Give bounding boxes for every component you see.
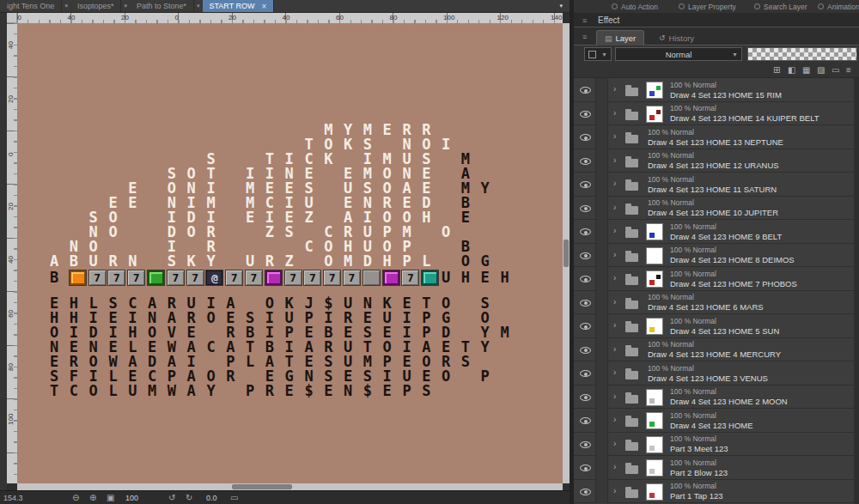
checkbox-cell[interactable]: [596, 314, 608, 338]
expand-arrow-icon[interactable]: ›: [613, 108, 616, 118]
checkbox-cell[interactable]: [596, 197, 608, 221]
checkbox-cell[interactable]: [596, 125, 608, 149]
tab-close-icon[interactable]: ×: [262, 2, 267, 11]
eye-icon[interactable]: [580, 87, 591, 94]
visibility-cell[interactable]: [574, 456, 596, 480]
layer-row[interactable]: ›100 % NormalDraw 4 Set 123 HOME 6 MARS: [574, 291, 854, 315]
eye-icon[interactable]: [580, 181, 591, 188]
tab-layer[interactable]: ▤ Layer: [596, 30, 644, 46]
eye-icon[interactable]: [580, 276, 591, 282]
topbar-item-auto-action[interactable]: Auto Action: [612, 0, 658, 13]
checkbox-cell[interactable]: [596, 220, 608, 244]
visibility-cell[interactable]: [574, 291, 596, 315]
paper-icon[interactable]: ▭: [832, 65, 839, 75]
expand-arrow-icon[interactable]: ›: [613, 250, 616, 259]
eye-icon[interactable]: [580, 489, 591, 495]
topbar-item-search-layer[interactable]: Search Layer: [754, 0, 807, 13]
canvas-vertical-scrollbar[interactable]: [563, 23, 570, 483]
pencil-lock-icon[interactable]: ▨: [817, 65, 825, 75]
expand-arrow-icon[interactable]: ›: [613, 226, 616, 235]
eye-icon[interactable]: [580, 441, 591, 448]
layer-row[interactable]: ›100 % NormalDraw 4 Set 123 HOME 8 DEIMO…: [574, 244, 854, 268]
grid-icon[interactable]: ⊞: [773, 65, 780, 75]
checkbox-cell[interactable]: [596, 291, 608, 315]
tab-3[interactable]: Path to Stone*: [130, 0, 194, 12]
eye-icon[interactable]: [580, 417, 591, 424]
menu-icon[interactable]: ≡: [846, 65, 851, 75]
layer-row[interactable]: ›100 % NormalDraw 4 Set 123 HOME 4 MERCU…: [574, 338, 854, 362]
checkbox-cell[interactable]: [596, 78, 608, 102]
tab-history[interactable]: ↺ History: [651, 30, 702, 46]
checkbox-cell[interactable]: [596, 361, 608, 386]
checkbox-cell[interactable]: [596, 480, 608, 504]
scrollbar-thumb[interactable]: [232, 484, 292, 489]
expand-arrow-icon[interactable]: ›: [613, 392, 616, 401]
eye-icon[interactable]: [580, 252, 591, 259]
tab-1[interactable]: ight Tens One: [0, 0, 62, 12]
menu-icon[interactable]: ≡: [582, 16, 587, 25]
visibility-cell[interactable]: [574, 314, 596, 338]
panel-scrollbar[interactable]: [854, 78, 859, 504]
layer-row[interactable]: ›100 % NormalDraw 4 Set 123 HOME 2 MOON: [574, 386, 854, 410]
lock-icon[interactable]: ▦: [802, 65, 810, 75]
layer-color-dropdown[interactable]: ▼: [584, 47, 612, 61]
expand-arrow-icon[interactable]: ›: [613, 84, 616, 94]
checkbox-cell[interactable]: [596, 386, 608, 410]
zoom-out-icon[interactable]: ⊖: [72, 493, 79, 503]
expand-arrow-icon[interactable]: ›: [613, 462, 616, 471]
expand-arrow-icon[interactable]: ›: [613, 155, 616, 165]
expand-arrow-icon[interactable]: ›: [613, 439, 616, 448]
expand-arrow-icon[interactable]: ›: [613, 297, 616, 307]
topbar-item-animation[interactable]: Animation: [818, 0, 859, 13]
layer-row[interactable]: ›100 % NormalDraw 4 Set 123 HOME 14 KUIP…: [574, 102, 854, 126]
layer-row[interactable]: ›100 % NormalDraw 4 Set 123 HOME 13 NEPT…: [574, 125, 854, 149]
layer-row[interactable]: ›100 % NormalDraw 4 Set 123 HOME 15 RIM: [574, 78, 854, 102]
eye-icon[interactable]: [580, 228, 591, 235]
rotate-right-icon[interactable]: ↻: [186, 493, 192, 503]
visibility-cell[interactable]: [574, 361, 596, 386]
eye-icon[interactable]: [580, 300, 591, 307]
layer-row[interactable]: ›100 % NormalDraw 4 Set 123 HOME 10 JUPI…: [574, 197, 854, 221]
visibility-cell[interactable]: [574, 173, 596, 197]
visibility-cell[interactable]: [574, 220, 596, 244]
layer-row[interactable]: ›100 % NormalDraw 4 Set 123 HOME 12 URAN…: [574, 149, 854, 173]
menu-icon[interactable]: ≡: [582, 33, 587, 41]
blend-mode-dropdown[interactable]: Normal ▼: [615, 47, 742, 61]
layer-row[interactable]: ›100 % NormalPart 1 Tap 123: [574, 480, 854, 504]
checkbox-cell[interactable]: [596, 267, 608, 291]
checkbox-cell[interactable]: [596, 244, 608, 268]
visibility-cell[interactable]: [574, 480, 596, 504]
layer-row[interactable]: ›100 % NormalDraw 4 Set 123 HOME 7 PHOBO…: [574, 267, 854, 291]
expand-arrow-icon[interactable]: ›: [613, 486, 616, 495]
flip-icon[interactable]: ▭: [230, 493, 238, 503]
expand-arrow-icon[interactable]: ›: [613, 203, 616, 212]
expand-arrow-icon[interactable]: ›: [613, 415, 616, 424]
visibility-cell[interactable]: [574, 149, 596, 173]
visibility-cell[interactable]: [574, 125, 596, 149]
chevron-down-icon[interactable]: ▾: [121, 0, 130, 12]
visibility-cell[interactable]: [574, 338, 596, 362]
expand-arrow-icon[interactable]: ›: [613, 131, 616, 141]
eye-icon[interactable]: [580, 205, 591, 212]
expand-arrow-icon[interactable]: ›: [613, 344, 616, 354]
expand-arrow-icon[interactable]: ›: [613, 320, 616, 330]
eye-icon[interactable]: [580, 394, 591, 401]
layer-row[interactable]: ›100 % NormalDraw 4 Set 123 HOME 3 VENUS: [574, 361, 854, 386]
eye-icon[interactable]: [580, 323, 591, 330]
visibility-cell[interactable]: [574, 433, 596, 457]
checkbox-cell[interactable]: [596, 149, 608, 173]
checkbox-cell[interactable]: [596, 102, 608, 126]
checkbox-cell[interactable]: [596, 456, 608, 480]
visibility-cell[interactable]: [574, 267, 596, 291]
tab-list-chevron-icon[interactable]: ▾: [557, 0, 570, 12]
rotate-left-icon[interactable]: ↺: [168, 493, 175, 503]
visibility-cell[interactable]: [574, 409, 596, 433]
chevron-down-icon[interactable]: ▾: [194, 0, 203, 12]
scrollbar-thumb[interactable]: [564, 240, 569, 267]
visibility-cell[interactable]: [574, 244, 596, 268]
layer-row[interactable]: ›100 % NormalDraw 4 Set 123 HOME: [574, 409, 854, 433]
checkbox-cell[interactable]: [596, 433, 608, 457]
layer-row[interactable]: ›100 % NormalDraw 4 Set 123 HOME 9 BELT: [574, 220, 854, 244]
canvas-horizontal-scrollbar[interactable]: [17, 483, 563, 490]
checkbox-cell[interactable]: [596, 338, 608, 362]
